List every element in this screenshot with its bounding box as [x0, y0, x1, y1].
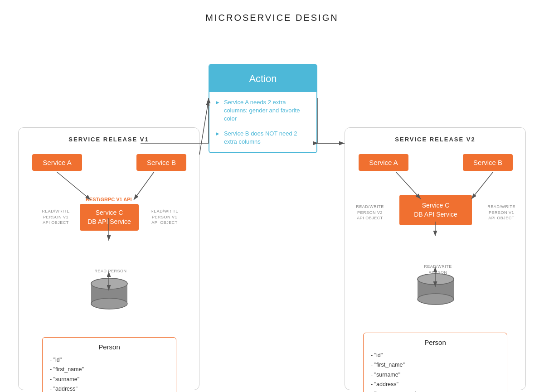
diagram-area: Action ► Service A needs 2 extra columns…: [0, 32, 544, 392]
field-insurance-v2: "insurance_number: [371, 389, 500, 392]
field-firstname-v1: "first_name": [50, 365, 169, 374]
field-surname-v2: "surname": [371, 370, 500, 380]
arrow-label-v2-right: READ/WRITEPERSON V1API OBJECT: [481, 204, 522, 221]
bullet-icon-2: ►: [215, 130, 220, 138]
action-body: ► Service A needs 2 extra columns: gende…: [209, 92, 316, 152]
service-a-v1: Service A: [32, 154, 82, 171]
action-item-2: ► Service B does NOT need 2 extra column…: [215, 130, 309, 146]
svg-point-6: [418, 294, 454, 305]
person-fields-v2: "id" "first_name" "surname" "address" "i…: [371, 351, 500, 392]
svg-point-2: [91, 298, 127, 309]
page-title: MICROSERVICE DESIGN: [0, 0, 544, 32]
field-firstname-v2: "first_name": [371, 360, 500, 370]
arrow-label-v1-left: READ/WRITEPERSON V1API OBJECT: [38, 208, 74, 226]
field-id-v1: "id": [50, 355, 169, 365]
arrow-label-v2-left: READ/WRITEPERSON V2API OBJECT: [350, 204, 390, 221]
person-box-v1: Person "id" "first_name" "surname" "addr…: [42, 337, 176, 392]
release-box-v1: SERVICE RELEASE V1 Service A Service B R…: [18, 127, 199, 390]
read-write-person-v2: READ/WRITEPERSON: [418, 264, 458, 275]
arrow-label-v1-right: READ/WRITEPERSON V1API OBJECT: [146, 208, 183, 226]
person-title-v1: Person: [50, 343, 169, 351]
field-address-v2: "address": [371, 380, 500, 389]
release-title-v1: SERVICE RELEASE V1: [19, 136, 199, 143]
person-title-v2: Person: [371, 339, 500, 346]
svg-line-16: [199, 100, 209, 155]
service-a-v2: Service A: [359, 154, 408, 171]
action-text-2: Service B does NOT need 2 extra columns: [224, 130, 309, 146]
action-header: Action: [209, 65, 316, 92]
service-b-v1: Service B: [136, 154, 186, 171]
api-label-v1: REST/GRPC V1 API: [86, 197, 132, 202]
svg-point-3: [91, 278, 127, 289]
db-cylinder-v2: [415, 273, 456, 309]
bullet-icon-1: ►: [215, 99, 220, 106]
release-title-v2: SERVICE RELEASE V2: [345, 136, 525, 143]
person-fields-v1: "id" "first_name" "surname" "address" "i…: [50, 355, 169, 392]
read-person-v1: READ PERSON: [90, 268, 131, 274]
field-surname-v1: "surname": [50, 375, 169, 384]
action-item-1: ► Service A needs 2 extra columns: gende…: [215, 98, 309, 123]
person-box-v2: Person "id" "first_name" "surname" "addr…: [363, 333, 507, 392]
svg-point-7: [418, 274, 454, 285]
service-c-v1: Service C DB API Service: [80, 204, 139, 231]
release-box-v2: SERVICE RELEASE V2 Service A Service B S…: [345, 127, 526, 390]
db-cylinder-v1: [89, 277, 130, 314]
field-id-v2: "id": [371, 351, 500, 360]
action-text-1: Service A needs 2 extra columns: gender …: [224, 98, 309, 123]
service-c-v2: Service C DB API Service: [399, 195, 472, 225]
action-box: Action ► Service A needs 2 extra columns…: [209, 64, 317, 153]
service-b-v2: Service B: [463, 154, 513, 171]
field-address-v1: "address": [50, 384, 169, 392]
